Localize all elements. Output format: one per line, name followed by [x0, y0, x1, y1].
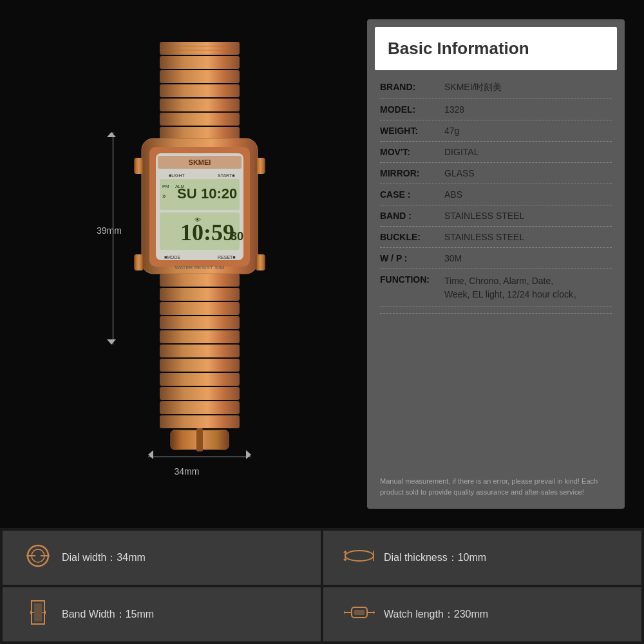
watch-length-label: Watch length：230mm [384, 608, 488, 621]
svg-text:10:59: 10:59 [180, 220, 234, 245]
svg-text:ALM: ALM [175, 184, 185, 189]
svg-rect-13 [256, 254, 265, 270]
buckle-key: BUCKLE: [380, 232, 444, 242]
watch-length-icon [343, 602, 376, 627]
svg-rect-38 [160, 345, 240, 357]
svg-marker-68 [374, 611, 375, 614]
svg-rect-3 [160, 56, 240, 69]
info-row-brand: BRAND: SKMEI/时刻美 [380, 77, 612, 99]
spec-dial-width: Dial width：34mm [3, 531, 321, 585]
info-row-buckle: BUCKLE: STAINLESS STEEL [380, 227, 612, 248]
svg-rect-10 [134, 158, 144, 174]
svg-rect-12 [256, 158, 265, 174]
watch-svg: SKMEI ■LIGHT START■ SU 10:20 PM ALM » [122, 39, 303, 477]
movt-value: DIGITAL [444, 147, 612, 157]
svg-rect-64 [354, 610, 365, 615]
main-container: 39mm 34mm [0, 0, 644, 644]
svg-text:👁: 👁 [194, 216, 201, 223]
function-key: FUNCTION: [380, 274, 444, 285]
wp-key: W / P : [380, 253, 444, 263]
info-row-movt: MOV'T: DIGITAL [380, 142, 612, 163]
svg-marker-55 [343, 551, 347, 553]
band-width-icon [22, 598, 54, 631]
info-row-case: CASE : ABS [380, 184, 612, 205]
weight-value: 47g [444, 126, 612, 136]
info-row-weight: WEIGHT: 47g [380, 120, 612, 142]
dial-width-label: Dial width：34mm [62, 551, 146, 565]
brand-value: SKMEI/时刻美 [444, 82, 612, 93]
band-width-label: Band Width：15mm [62, 608, 154, 621]
svg-rect-34 [160, 288, 240, 301]
watch-wrapper: 39mm 34mm [84, 32, 290, 496]
svg-rect-42 [160, 401, 240, 414]
spec-band-width: Band Width：15mm [3, 587, 321, 641]
info-panel: Basic Information BRAND: SKMEI/时刻美 MODEL… [367, 19, 625, 509]
dial-thickness-icon [343, 546, 376, 570]
mirror-key: MIRROR: [380, 168, 444, 178]
svg-text:WATER RESIST 30M: WATER RESIST 30M [175, 265, 225, 270]
svg-rect-36 [160, 316, 240, 329]
band-key: BAND : [380, 211, 444, 221]
dial-width-icon [22, 542, 54, 574]
svg-rect-33 [160, 274, 240, 287]
movt-key: MOV'T: [380, 147, 444, 157]
case-key: CASE : [380, 189, 444, 200]
svg-rect-43 [160, 415, 240, 428]
svg-rect-45 [196, 428, 203, 451]
svg-rect-7 [160, 113, 240, 126]
watch-area: 39mm 34mm [13, 13, 361, 515]
height-dimension-label: 39mm [97, 225, 122, 236]
info-row-function: FUNCTION: Time, Chrono, Alarm, Date,Week… [380, 269, 612, 307]
band-value: STAINLESS STEEL [444, 211, 612, 221]
top-section: 39mm 34mm [0, 0, 644, 528]
svg-rect-41 [160, 387, 240, 400]
svg-text:■LIGHT: ■LIGHT [169, 173, 185, 178]
info-row-wp: W / P : 30M [380, 248, 612, 269]
spec-dial-thickness: Dial thickness：10mm [323, 531, 641, 585]
svg-rect-62 [34, 603, 42, 621]
svg-text:PM: PM [162, 184, 169, 189]
wp-value: 30M [444, 253, 612, 263]
buckle-value: STAINLESS STEEL [444, 232, 612, 242]
svg-marker-56 [343, 559, 347, 561]
brand-key: BRAND: [380, 82, 444, 92]
svg-rect-4 [160, 70, 240, 83]
svg-rect-11 [134, 254, 144, 270]
info-rows: BRAND: SKMEI/时刻美 MODEL: 1328 WEIGHT: 47g… [367, 70, 625, 471]
bottom-specs: Dial width：34mm Dial thickness：10mm [0, 528, 644, 644]
svg-text:RESET■: RESET■ [218, 255, 236, 260]
svg-rect-37 [160, 330, 240, 343]
info-disclaimer: Manual measurement, if there is an error… [367, 471, 625, 509]
svg-point-52 [345, 551, 374, 561]
svg-rect-40 [160, 373, 240, 386]
model-key: MODEL: [380, 104, 444, 115]
info-row-mirror: MIRROR: GLASS [380, 163, 612, 184]
height-dimension-line [113, 132, 113, 345]
svg-rect-0 [160, 42, 240, 55]
svg-text:■MODE: ■MODE [164, 255, 181, 260]
svg-rect-6 [160, 99, 240, 111]
svg-text:SKMEI: SKMEI [189, 158, 211, 166]
dial-thickness-label: Dial thickness：10mm [384, 551, 486, 565]
model-value: 1328 [444, 104, 612, 115]
svg-rect-5 [160, 84, 240, 97]
svg-marker-67 [344, 611, 345, 614]
mirror-value: GLASS [444, 168, 612, 178]
info-title: Basic Information [388, 39, 604, 59]
info-row-model: MODEL: 1328 [380, 99, 612, 120]
info-header: Basic Information [375, 27, 617, 70]
svg-text:»: » [162, 193, 166, 200]
svg-rect-39 [160, 359, 240, 372]
spec-watch-length: Watch length：230mm [323, 587, 641, 641]
svg-rect-8 [160, 127, 240, 140]
svg-text:10:20: 10:20 [201, 185, 237, 202]
disclaimer-text: Manual measurement, if there is an error… [380, 477, 598, 497]
weight-key: WEIGHT: [380, 126, 444, 136]
svg-text:START■: START■ [218, 173, 235, 178]
function-value: Time, Chrono, Alarm, Date,Week, EL light… [444, 274, 612, 301]
info-row-band: BAND : STAINLESS STEEL [380, 205, 612, 227]
svg-rect-35 [160, 302, 240, 315]
case-value: ABS [444, 189, 612, 200]
svg-text:30: 30 [231, 230, 243, 243]
